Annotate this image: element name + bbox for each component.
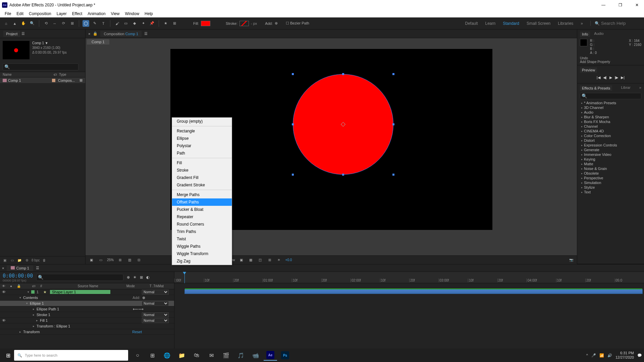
taskbar-search[interactable]: 🔍 Type here to search [14, 350, 128, 361]
lock-col-icon[interactable]: 🔒 [17, 284, 21, 288]
tray-up-icon[interactable]: ^ [586, 353, 588, 357]
ctx-group[interactable]: Group (empty) [172, 118, 232, 125]
ep-distort[interactable]: Distort [580, 138, 641, 143]
ctx-merge-paths[interactable]: Merge Paths [172, 191, 232, 198]
menu-window[interactable]: Window [122, 11, 142, 17]
info-tab[interactable]: Info [580, 32, 590, 37]
cortana-icon[interactable]: ○ [131, 350, 144, 361]
tray-wifi-icon[interactable]: 📶 [599, 353, 604, 358]
menu-composition[interactable]: Composition [26, 11, 54, 17]
new-comp-icon[interactable]: ▭ [9, 258, 15, 262]
ep-search-input[interactable] [580, 93, 641, 99]
bbox-tr[interactable] [392, 73, 394, 75]
comp-tab-name[interactable]: Comp 1 [125, 32, 139, 36]
grid-icon[interactable]: ⊟ [136, 258, 142, 262]
ctx-ellipse[interactable]: Ellipse [172, 135, 232, 142]
layer-name[interactable]: Shape Layer 1 [50, 290, 110, 294]
solo-col-icon[interactable]: ● [10, 284, 12, 288]
ep-generate[interactable]: Generate [580, 147, 641, 152]
tl-tab-comp1[interactable]: Comp 1 [7, 265, 33, 271]
layer-visibility-icon[interactable]: 👁 [2, 290, 7, 294]
menu-file[interactable]: File [2, 11, 14, 17]
layer-shape-1[interactable]: 👁 ▾ 1 ★ Shape Layer 1 Normal [0, 289, 174, 295]
ep-simulation[interactable]: Simulation [580, 180, 641, 185]
bbox-bl[interactable] [292, 174, 294, 176]
ctx-pucker-bloat[interactable]: Pucker & Bloat [172, 206, 232, 213]
tl-close-icon[interactable]: × [2, 266, 4, 270]
workspace-standard[interactable]: Standard [503, 21, 519, 26]
layer-twirl-icon[interactable]: ▾ [28, 290, 29, 294]
ctx-rectangle[interactable]: Rectangle [172, 127, 232, 135]
label-swatch-icon[interactable]: 🏷 [54, 73, 57, 76]
path-link-icon[interactable]: ⟵⟶ [133, 307, 144, 311]
workspace-learn[interactable]: Learn [485, 21, 496, 26]
layer-mode-select[interactable]: Normal [142, 290, 169, 295]
menu-animation[interactable]: Animation [85, 11, 108, 17]
snapshot-icon[interactable]: 📷 [568, 258, 574, 262]
timeline-search[interactable] [36, 274, 123, 281]
brush-tool[interactable]: 🖌 [114, 20, 120, 27]
ctx-twist[interactable]: Twist [172, 235, 232, 243]
type-tool[interactable]: T [100, 20, 107, 27]
explorer-icon[interactable]: 📁 [175, 350, 189, 361]
vis-col-icon[interactable]: 👁 [2, 284, 5, 288]
ctx-polystar[interactable]: Polystar [172, 142, 232, 149]
ep-boris[interactable]: Boris FX Mocha [580, 119, 641, 124]
home-tool[interactable]: ⌂ [3, 20, 9, 27]
ctx-fill[interactable]: Fill [172, 159, 232, 167]
preview-tab[interactable]: Preview [580, 67, 597, 73]
fill-visibility-icon[interactable]: 👁 [2, 318, 7, 322]
workspace-smallscreen[interactable]: Small Screen [527, 21, 550, 26]
effects-presets-tab[interactable]: Effects & Presets [580, 85, 612, 91]
tl-icon3[interactable]: ⊞ [140, 275, 143, 280]
workspace-more-icon[interactable]: » [581, 21, 583, 26]
project-tab[interactable]: Project [3, 31, 20, 37]
mask-icon[interactable]: ▥ [126, 258, 132, 262]
shape-ellipse-tool[interactable]: ◯ [83, 20, 89, 27]
puppet-tool[interactable]: 📌 [149, 20, 155, 27]
ep-expression[interactable]: Expression Controls [580, 143, 641, 147]
handle-bottom[interactable] [342, 174, 344, 176]
maximize-button[interactable]: ❐ [615, 3, 625, 7]
ep-more-icon[interactable]: » [639, 85, 641, 91]
ctx-gradient-stroke[interactable]: Gradient Stroke [172, 181, 232, 189]
ep-animation-presets[interactable]: * Animation Presets [580, 101, 641, 105]
zoom-tool[interactable]: 🔍 [29, 20, 36, 27]
flow-tab-comp1[interactable]: Comp 1 [87, 39, 109, 45]
ep-c4d[interactable]: CINEMA 4D [580, 129, 641, 133]
ep-3d-channel[interactable]: 3D Channel [580, 105, 641, 110]
start-button[interactable]: ⊞ [2, 350, 14, 361]
menu-edit[interactable]: Edit [14, 11, 26, 17]
last-frame-button[interactable]: ▶| [621, 75, 625, 80]
tl-icon1[interactable]: ⊕ [127, 275, 130, 280]
3d-icon4[interactable]: ⊞ [267, 258, 273, 262]
ep-color[interactable]: Color Correction [580, 133, 641, 138]
app2-icon[interactable]: 🎵 [234, 350, 248, 361]
task-view-icon[interactable]: ⊞ [146, 350, 159, 361]
libraries-tab[interactable]: Librar [621, 85, 630, 91]
minimize-button[interactable]: — [598, 3, 608, 7]
ep-stylize[interactable]: Stylize [580, 185, 641, 190]
chrome-icon[interactable]: 🌐 [160, 350, 174, 361]
add-dropdown-icon[interactable]: ⊕ [275, 21, 278, 25]
row-ellipse-1[interactable]: ▾ Ellipse 1 Normal [0, 301, 174, 306]
app1-icon[interactable]: 🎬 [219, 350, 233, 361]
interpret-icon[interactable]: ▣ [2, 258, 7, 262]
menu-help[interactable]: Help [142, 11, 156, 17]
stroke-width[interactable]: - px [251, 21, 257, 25]
proj-col-name[interactable]: Name [3, 73, 54, 76]
col-mode[interactable]: Mode [126, 284, 135, 288]
panel-menu-icon[interactable]: ☰ [20, 31, 28, 37]
ep-immersive[interactable]: Immersive Video [580, 152, 641, 157]
fill-swatch[interactable] [201, 21, 210, 26]
close-tab-icon[interactable]: × [88, 32, 90, 36]
bpc-label[interactable]: 8 bpc [32, 258, 40, 262]
3d-icon1[interactable]: ▣ [238, 258, 245, 262]
workspace-default[interactable]: Default [465, 21, 478, 26]
timecode[interactable]: 0:00:00:00 [3, 273, 33, 279]
ep-noise[interactable]: Noise & Grain [580, 166, 641, 171]
new-folder-icon[interactable]: 📁 [17, 258, 22, 262]
ctx-zig-zag[interactable]: Zig Zag [172, 257, 232, 265]
bbox-tl[interactable] [292, 73, 294, 75]
ctx-gradient-fill[interactable]: Gradient Fill [172, 174, 232, 181]
